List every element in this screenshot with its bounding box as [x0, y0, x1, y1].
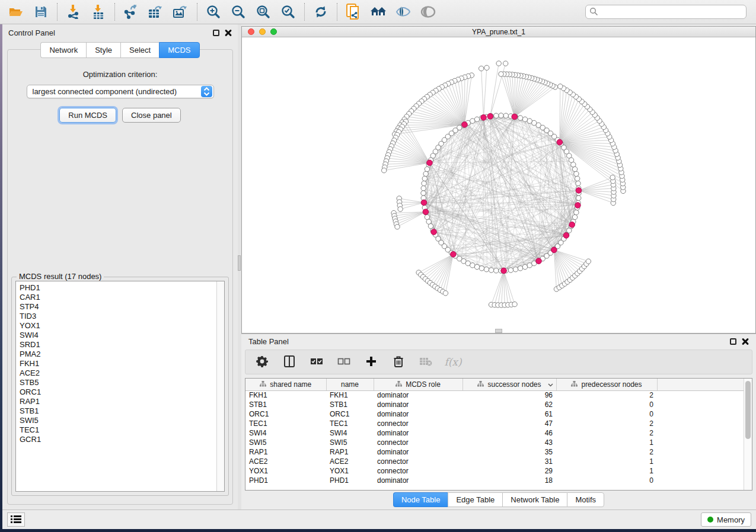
- function-builder-button[interactable]: f(x): [446, 355, 460, 369]
- column-label: predecessor nodes: [581, 380, 642, 389]
- add-column-button[interactable]: [364, 355, 378, 369]
- table-row[interactable]: FKH1FKH1dominator962: [245, 390, 747, 400]
- column-header-shared-name[interactable]: shared name: [245, 379, 326, 390]
- list-item[interactable]: SWI5: [20, 416, 224, 425]
- mcds-result-list[interactable]: PHD1 CAR1 STP4 TID3 YOX1 SWI4 SRD1 PMA2 …: [15, 281, 225, 492]
- table-row[interactable]: ACE2ACE2connector311: [245, 457, 747, 466]
- list-item[interactable]: STP4: [20, 302, 224, 312]
- show-panels-button[interactable]: [7, 512, 25, 527]
- table-row[interactable]: RAP1RAP1dominator352: [245, 447, 747, 457]
- import-table-button[interactable]: [91, 4, 106, 20]
- network-graph[interactable]: [242, 37, 755, 333]
- delete-table-button[interactable]: [419, 355, 433, 369]
- list-item[interactable]: PMA2: [20, 350, 224, 359]
- network-window-titlebar[interactable]: YPA_prune.txt_1: [242, 27, 755, 37]
- delete-column-button[interactable]: [391, 355, 406, 369]
- table-row[interactable]: PHD1PHD1dominator180: [245, 476, 747, 485]
- select-all-button[interactable]: [310, 355, 324, 369]
- export-table-button[interactable]: [148, 4, 164, 20]
- home-network-button[interactable]: [371, 4, 386, 20]
- clone-network-button[interactable]: [346, 4, 361, 20]
- export-image-button[interactable]: [173, 4, 189, 20]
- list-item[interactable]: RAP1: [20, 397, 224, 406]
- control-panel-tabs: Network Style Select MCDS: [2, 42, 238, 58]
- column-header-predecessor-nodes[interactable]: predecessor nodes: [556, 379, 657, 390]
- column-label: name: [341, 380, 359, 389]
- list-item[interactable]: CAR1: [20, 293, 224, 302]
- table-scrollbar[interactable]: [744, 379, 752, 490]
- list-item[interactable]: SRD1: [20, 340, 224, 350]
- search-area: [585, 5, 747, 19]
- memory-button[interactable]: Memory: [701, 512, 751, 527]
- scrollbar-thumb[interactable]: [745, 381, 751, 439]
- table-panel-titlebar: Table Panel: [241, 334, 756, 348]
- tab-node-table[interactable]: Node Table: [393, 492, 448, 507]
- apply-layout-button[interactable]: [313, 4, 328, 20]
- column-header-successor-nodes[interactable]: successor nodes: [462, 379, 556, 390]
- control-panel: Control Panel Network Style Select MCDS …: [2, 24, 238, 509]
- list-item[interactable]: TID3: [20, 312, 224, 321]
- table-row[interactable]: SWI4SWI4dominator462: [245, 428, 747, 438]
- float-panel-icon[interactable]: [730, 338, 736, 345]
- table-row[interactable]: STB1STB1dominator620: [245, 400, 747, 409]
- close-panel-icon[interactable]: [742, 338, 749, 345]
- column-header-name[interactable]: name: [326, 379, 374, 390]
- right-column: YPA_prune.txt_1 Table Panel: [241, 24, 756, 509]
- split-column-button[interactable]: [282, 355, 296, 369]
- list-icon: [11, 515, 21, 525]
- control-panel-titlebar: Control Panel: [2, 24, 238, 41]
- export-network-button[interactable]: [123, 4, 139, 20]
- tab-style[interactable]: Style: [86, 42, 120, 58]
- import-network-icon: [67, 5, 80, 19]
- tab-network-table[interactable]: Network Table: [502, 492, 567, 507]
- column-header-mcds-role[interactable]: MCDS role: [374, 379, 462, 390]
- splitter-handle[interactable]: [238, 255, 241, 271]
- search-field[interactable]: [585, 5, 747, 19]
- network-window-title: YPA_prune.txt_1: [242, 28, 755, 36]
- sort-chevron-icon[interactable]: [548, 381, 553, 389]
- list-item[interactable]: GCR1: [20, 435, 224, 444]
- export-image-icon: [173, 5, 189, 19]
- search-input[interactable]: [601, 8, 742, 16]
- app-body: Control Panel Network Style Select MCDS …: [2, 24, 756, 529]
- tab-network[interactable]: Network: [40, 42, 86, 58]
- run-mcds-button[interactable]: Run MCDS: [59, 108, 116, 123]
- save-session-button[interactable]: [33, 4, 49, 20]
- tab-select[interactable]: Select: [120, 42, 159, 58]
- show-graphics-details-button[interactable]: [420, 4, 436, 20]
- optimization-criterion-select[interactable]: largest connected component (undirected): [27, 85, 214, 98]
- table-row[interactable]: SWI5SWI5connector431: [245, 438, 747, 447]
- list-item[interactable]: ACE2: [20, 368, 224, 378]
- table-row[interactable]: TEC1TEC1connector472: [245, 419, 747, 428]
- zoom-fit-button[interactable]: [256, 4, 271, 20]
- list-item[interactable]: YOX1: [20, 321, 224, 331]
- list-item[interactable]: ORC1: [20, 387, 224, 397]
- list-item[interactable]: FKH1: [20, 359, 224, 368]
- open-file-button[interactable]: [8, 4, 24, 20]
- table-row[interactable]: ORC1ORC1dominator610: [245, 409, 747, 419]
- tab-motifs[interactable]: Motifs: [567, 492, 604, 507]
- list-item[interactable]: PHD1: [20, 283, 224, 293]
- horizontal-splitter-handle[interactable]: [495, 329, 502, 333]
- deselect-all-button[interactable]: [337, 355, 351, 369]
- tab-mcds[interactable]: MCDS: [159, 42, 199, 58]
- list-item[interactable]: STB5: [20, 378, 224, 387]
- main-toolbar: [0, 0, 756, 24]
- list-scrollbar[interactable]: [216, 281, 224, 491]
- list-item[interactable]: TEC1: [20, 425, 224, 435]
- table-row[interactable]: YOX1YOX1connector291: [245, 466, 747, 476]
- list-item[interactable]: SWI4: [20, 331, 224, 340]
- table-settings-button[interactable]: [255, 355, 269, 369]
- list-item[interactable]: STB1: [20, 406, 224, 416]
- tab-edge-table[interactable]: Edge Table: [448, 492, 502, 507]
- hide-graphics-details-button[interactable]: [395, 4, 411, 20]
- zoom-out-button[interactable]: [231, 4, 246, 20]
- zoom-in-button[interactable]: [206, 4, 221, 20]
- close-panel-icon[interactable]: [225, 29, 232, 36]
- import-network-button[interactable]: [66, 4, 81, 20]
- network-canvas[interactable]: [242, 37, 755, 333]
- float-panel-icon[interactable]: [213, 30, 219, 36]
- close-panel-button[interactable]: Close panel: [122, 108, 181, 123]
- delete-table-icon: [419, 357, 432, 368]
- zoom-selected-button[interactable]: [280, 4, 296, 20]
